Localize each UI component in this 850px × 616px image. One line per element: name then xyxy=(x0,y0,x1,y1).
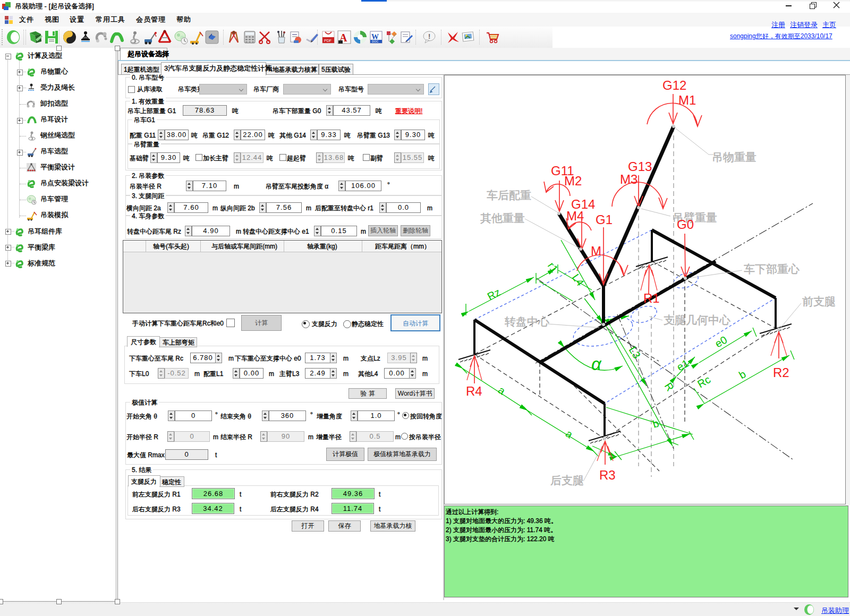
svg-text:M1: M1 xyxy=(678,93,696,107)
svg-text:G13: G13 xyxy=(628,159,652,174)
svg-text:G1: G1 xyxy=(596,212,613,227)
svg-text:L3: L3 xyxy=(627,344,643,361)
svg-text:M: M xyxy=(591,244,601,258)
svg-text:M4: M4 xyxy=(566,209,584,223)
svg-text:支腿几何中心: 支腿几何中心 xyxy=(664,314,730,326)
svg-text:a: a xyxy=(496,384,508,397)
svg-text:转盘中心: 转盘中心 xyxy=(505,315,549,328)
svg-text:车后配重: 车后配重 xyxy=(487,189,531,201)
svg-text:Rz: Rz xyxy=(486,286,503,303)
svg-text:M2: M2 xyxy=(564,174,582,188)
svg-text:R1: R1 xyxy=(643,291,660,305)
svg-text:R: R xyxy=(662,380,676,393)
svg-text:G0: G0 xyxy=(677,217,694,232)
svg-text:α: α xyxy=(591,354,602,374)
svg-text:!: ! xyxy=(428,32,430,40)
svg-text:e1: e1 xyxy=(675,357,691,373)
svg-text:r1: r1 xyxy=(546,260,560,275)
svg-text:其他重量: 其他重量 xyxy=(480,212,525,224)
svg-text:前支腿: 前支腿 xyxy=(802,295,836,307)
svg-text:DOC: DOC xyxy=(372,40,378,43)
svg-text:G12: G12 xyxy=(662,78,686,92)
svg-text:后支腿: 后支腿 xyxy=(550,474,584,486)
svg-text:R2: R2 xyxy=(773,365,789,380)
svg-text:R3: R3 xyxy=(599,468,616,482)
svg-text:R4: R4 xyxy=(466,384,482,398)
svg-text:e0: e0 xyxy=(713,333,729,349)
svg-text:b: b xyxy=(737,368,748,381)
svg-text:L4: L4 xyxy=(570,272,586,288)
svg-text:吊物重量: 吊物重量 xyxy=(712,151,756,163)
svg-text:车下部重心: 车下部重心 xyxy=(744,263,800,275)
svg-text:Rc: Rc xyxy=(695,373,712,390)
svg-text:PDF: PDF xyxy=(324,39,332,42)
svg-text:M3: M3 xyxy=(620,172,638,186)
